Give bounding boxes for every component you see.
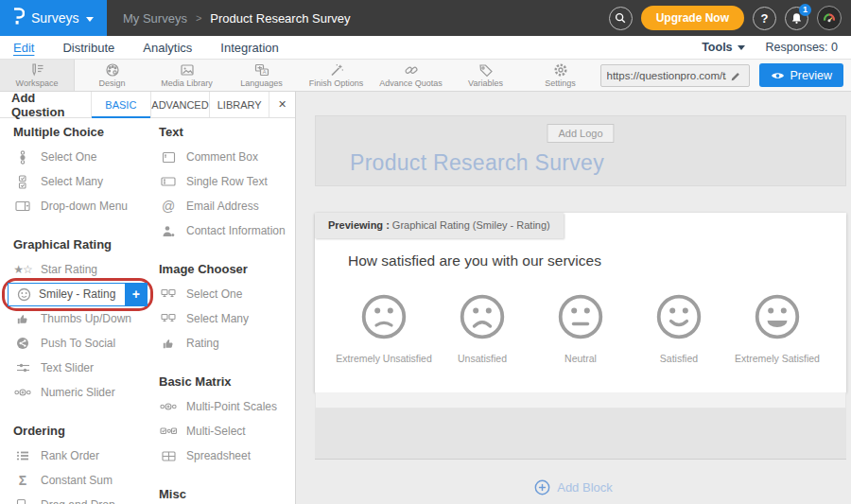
topbar-actions: Upgrade Now ? 1	[609, 6, 851, 30]
sidebar-item-image-rating[interactable]: Rating	[159, 331, 293, 356]
survey-nav: Edit Distribute Analytics Integration To…	[0, 36, 851, 60]
group-multiple-choice: Multiple Choice	[13, 120, 155, 143]
sidebar-item-dropdown-menu[interactable]: Drop-down Menu	[13, 194, 155, 218]
notification-count-badge: 1	[799, 4, 811, 16]
sidebar-item-numeric-slider[interactable]: Numeric Slider	[13, 380, 155, 405]
smiley-option-extremely-satisfied[interactable]: Extremely Satisfied	[754, 293, 801, 364]
smiley-icon	[14, 287, 33, 302]
block-footer-strip	[315, 392, 846, 408]
surveys-product-menu[interactable]: Surveys	[0, 0, 107, 36]
tab-edit[interactable]: Edit	[13, 41, 34, 55]
tools-menu[interactable]: Tools	[702, 41, 744, 54]
thumb-icon	[159, 338, 178, 350]
toolbar-right: Preview	[600, 60, 851, 91]
toolbar-finish-options[interactable]: Finish Options	[299, 60, 373, 91]
toolbar-languages[interactable]: A Languages	[224, 60, 299, 91]
radio-stack-icon	[13, 150, 32, 165]
stars-icon: ★☆	[13, 263, 32, 276]
checkbox-stack-icon	[13, 175, 32, 189]
survey-header-card[interactable]: Add Logo Product Research Survey	[315, 115, 846, 186]
sidebar-item-drag-and-drop[interactable]: Drag and Drop	[13, 493, 155, 504]
edit-pencil-icon[interactable]	[730, 69, 741, 81]
toolbar-media-library[interactable]: Media Library	[149, 60, 224, 91]
tab-analytics[interactable]: Analytics	[143, 41, 192, 55]
search-button[interactable]	[609, 7, 633, 30]
toolbar-workspace[interactable]: Workspace	[0, 60, 75, 91]
toolbar-settings[interactable]: Settings	[523, 60, 598, 91]
smiley-frown-big-icon	[459, 293, 506, 340]
smiley-option-extremely-unsatisfied[interactable]: Extremely Unsatisfied	[360, 293, 408, 364]
question-preview-card[interactable]: Previewing : Graphical Rating (Smiley - …	[315, 213, 846, 392]
previewing-tab: Previewing : Graphical Rating (Smiley - …	[315, 213, 564, 238]
tab-basic[interactable]: BASIC	[91, 92, 150, 117]
sidebar-item-select-one[interactable]: Select One	[13, 145, 155, 169]
add-question-plus-button[interactable]: +	[125, 283, 147, 306]
empty-block-placeholder[interactable]	[315, 408, 846, 460]
close-panel-button[interactable]: ✕	[269, 92, 295, 117]
sidebar-item-image-select-many[interactable]: Select Many	[159, 306, 293, 331]
sidebar-item-constant-sum[interactable]: Σ Constant Sum	[13, 468, 155, 493]
tab-distribute[interactable]: Distribute	[62, 41, 114, 55]
sidebar-item-spreadsheet[interactable]: Spreadsheet	[159, 443, 293, 468]
toolbar-variables[interactable]: Variables	[448, 60, 523, 91]
avatar-gauge-icon	[821, 9, 838, 26]
nav-right: Tools Responses: 0	[702, 41, 838, 54]
caret-down-icon	[738, 45, 745, 50]
sidebar-item-email-address[interactable]: @ Email Address	[159, 194, 293, 218]
sidebar-item-comment-box[interactable]: Comment Box	[159, 145, 293, 169]
group-text: Text	[159, 120, 293, 143]
help-button[interactable]: ?	[753, 7, 776, 30]
add-block-button[interactable]: Add Block	[296, 479, 851, 495]
palette-icon	[104, 62, 121, 78]
breadcrumb-separator: >	[196, 12, 201, 24]
add-question-title: Add Question	[0, 92, 91, 117]
tab-integration[interactable]: Integration	[220, 41, 278, 55]
smiley-option-neutral[interactable]: Neutral	[557, 293, 604, 364]
survey-url-field[interactable]	[600, 64, 750, 87]
sidebar-item-rank-order[interactable]: Rank Order	[13, 443, 155, 468]
survey-title[interactable]: Product Research Survey	[350, 150, 604, 176]
questionpro-logo-icon	[12, 8, 25, 29]
tab-advanced[interactable]: ADVANCED	[150, 92, 210, 117]
image-icon	[179, 62, 196, 78]
group-graphical-rating: Graphical Rating	[13, 233, 155, 255]
sidebar-item-contact-information[interactable]: Contact Information	[159, 218, 293, 243]
sidebar-item-smiley-rating[interactable]: Smiley - Rating +	[2, 278, 155, 310]
smiley-smile-big-icon	[754, 293, 801, 340]
toolbar-advance-quotas[interactable]: Advance Quotas	[373, 60, 448, 91]
question-types-column-2: Text Comment Box Single Row Text @ Email…	[159, 120, 293, 504]
smiley-frown-small-icon	[360, 293, 408, 340]
question-types-column-1: Multiple Choice Select One Select Many D…	[13, 120, 155, 504]
group-ordering: Ordering	[13, 419, 155, 442]
at-sign-icon: @	[159, 199, 178, 214]
account-avatar[interactable]	[817, 6, 842, 30]
red-highlight-annotation: Smiley - Rating +	[2, 278, 153, 311]
workspace-icon	[28, 62, 45, 78]
sidebar-item-single-row-text[interactable]: Single Row Text	[159, 169, 293, 194]
translate-icon: A	[253, 62, 270, 78]
smiley-option-unsatisfied[interactable]: Unsatisfied	[459, 293, 506, 364]
tab-library[interactable]: LIBRARY	[209, 92, 269, 117]
upgrade-now-button[interactable]: Upgrade Now	[641, 6, 744, 30]
breadcrumb-current-survey: Product Research Survey	[210, 11, 350, 26]
smiley-option-satisfied[interactable]: Satisfied	[655, 293, 703, 364]
toolbar-design[interactable]: Design	[75, 60, 149, 91]
question-text[interactable]: How satisfied are you with our services	[348, 252, 601, 269]
sidebar-item-select-many[interactable]: Select Many	[13, 169, 155, 194]
sidebar-item-multi-point-scales[interactable]: Multi-Point Scales	[159, 394, 293, 419]
svg-text:A: A	[262, 69, 266, 75]
preview-button[interactable]: Preview	[759, 63, 843, 87]
sidebar-item-image-select-one[interactable]: Select One	[159, 282, 293, 306]
grid-icon	[159, 451, 178, 461]
breadcrumb-my-surveys[interactable]: My Surveys	[123, 11, 187, 26]
top-bar: Surveys My Surveys > Product Research Su…	[0, 0, 851, 36]
sidebar-item-multi-select[interactable]: Multi-Select	[159, 419, 293, 443]
comment-box-icon	[159, 151, 178, 164]
survey-url-input[interactable]	[607, 70, 726, 81]
smiley-rating-selected[interactable]: Smiley - Rating +	[8, 283, 148, 306]
sidebar-item-push-to-social[interactable]: Push To Social	[13, 331, 155, 356]
notifications-button[interactable]: 1	[785, 7, 808, 30]
sidebar-item-text-slider[interactable]: Text Slider	[13, 356, 155, 380]
add-logo-button[interactable]: Add Logo	[547, 124, 614, 143]
smiley-flat-icon	[557, 293, 604, 340]
